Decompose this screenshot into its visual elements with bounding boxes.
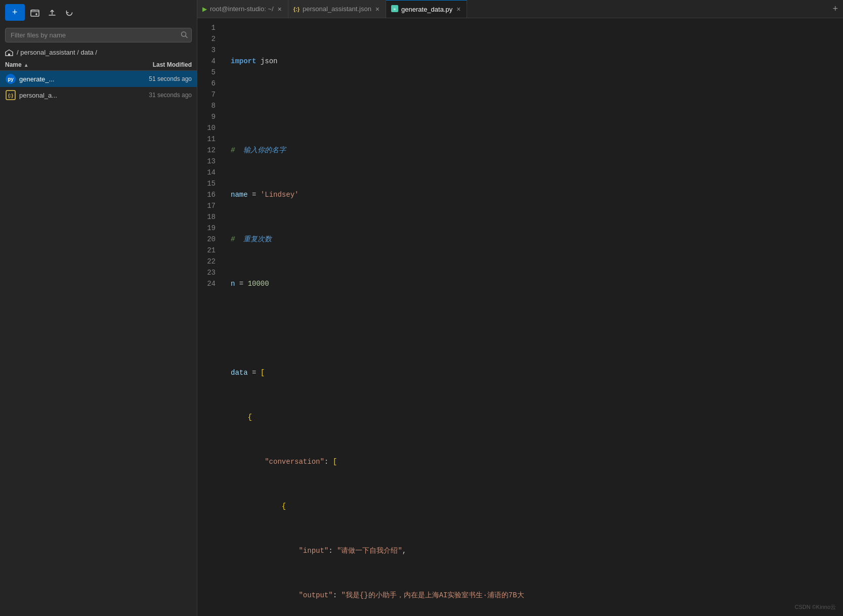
search-icon	[181, 31, 188, 39]
sidebar-toolbar: +	[0, 0, 197, 25]
sort-icon: ▲	[24, 62, 29, 68]
new-tab-button[interactable]: +	[827, 0, 843, 18]
code-line: "output": "我是{}的小助手，内在是上海AI实验室书生·浦语的7B大	[231, 590, 843, 601]
code-line	[231, 100, 843, 111]
file-modified: 31 seconds ago	[121, 92, 192, 99]
upload-button[interactable]	[45, 6, 59, 20]
svg-rect-0	[31, 10, 39, 16]
tab-close-button[interactable]: ×	[455, 5, 461, 14]
svg-line-4	[186, 36, 188, 38]
file-name: generate_...	[19, 75, 121, 83]
svg-text:{:}: {:}	[8, 93, 13, 98]
tab-bar: ▶ root@intern-studio: ~/ × {:} personal_…	[197, 0, 843, 18]
code-line: {	[231, 412, 843, 423]
tab-close-button[interactable]: ×	[277, 5, 283, 14]
refresh-button[interactable]	[62, 6, 76, 20]
file-modified: 51 seconds ago	[121, 75, 192, 82]
code-line: # 重复次数	[231, 234, 843, 245]
code-line: name = 'Lindsey'	[231, 189, 843, 200]
code-line: "conversation": [	[231, 456, 843, 467]
name-column-header[interactable]: Name ▲	[5, 61, 121, 68]
code-line: data = [	[231, 367, 843, 378]
editor-area: ▶ root@intern-studio: ~/ × {:} personal_…	[197, 0, 843, 616]
file-list: py generate_... 51 seconds ago {:} perso…	[0, 71, 197, 616]
code-content: 1 2 3 4 5 6 7 8 9 10 11 12 13 14 15 16 1…	[197, 18, 843, 616]
new-folder-button[interactable]	[28, 6, 42, 20]
svg-rect-5	[8, 54, 10, 56]
code-line: n = 10000	[231, 278, 843, 289]
tab-close-button[interactable]: ×	[374, 5, 381, 14]
tab-json[interactable]: {:} personal_assistant.json ×	[288, 0, 386, 18]
search-container	[5, 28, 192, 42]
modified-column-header: Last Modified	[121, 61, 192, 68]
file-list-header: Name ▲ Last Modified	[0, 59, 197, 71]
tab-py[interactable]: ≡ generate_data.py ×	[386, 0, 467, 18]
svg-text:≡: ≡	[394, 7, 396, 12]
py-file-icon: py	[5, 73, 16, 84]
file-name: personal_a...	[19, 92, 121, 99]
new-file-button[interactable]: +	[5, 4, 25, 21]
tab-terminal[interactable]: ▶ root@intern-studio: ~/ ×	[197, 0, 288, 18]
code-line: # 输入你的名字	[231, 145, 843, 156]
file-item[interactable]: {:} personal_a... 31 seconds ago	[0, 87, 197, 103]
code-editor[interactable]: 1 2 3 4 5 6 7 8 9 10 11 12 13 14 15 16 1…	[197, 18, 843, 616]
json-file-icon: {:}	[5, 90, 16, 101]
line-numbers: 1 2 3 4 5 6 7 8 9 10 11 12 13 14 15 16 1…	[197, 18, 223, 616]
breadcrumb-text: / personal_assistant / data /	[17, 49, 97, 56]
tab-label: root@intern-studio: ~/	[210, 5, 274, 13]
code-line: import json	[231, 56, 843, 67]
sidebar: +	[0, 0, 197, 616]
py-tab-icon: ≡	[391, 5, 398, 14]
terminal-icon: ▶	[202, 6, 207, 13]
tab-label: generate_data.py	[401, 6, 452, 13]
code-line: "input": "请做一下自我介绍",	[231, 545, 843, 556]
code-line	[231, 323, 843, 334]
json-tab-icon: {:}	[293, 6, 300, 12]
svg-text:py: py	[8, 76, 14, 82]
code-line: {	[231, 501, 843, 512]
breadcrumb: / personal_assistant / data /	[0, 46, 197, 59]
file-item[interactable]: py generate_... 51 seconds ago	[0, 71, 197, 87]
search-input[interactable]	[5, 28, 192, 42]
tab-label: personal_assistant.json	[303, 5, 371, 13]
code-lines: import json # 输入你的名字 name = 'Lindsey' # …	[223, 18, 843, 616]
